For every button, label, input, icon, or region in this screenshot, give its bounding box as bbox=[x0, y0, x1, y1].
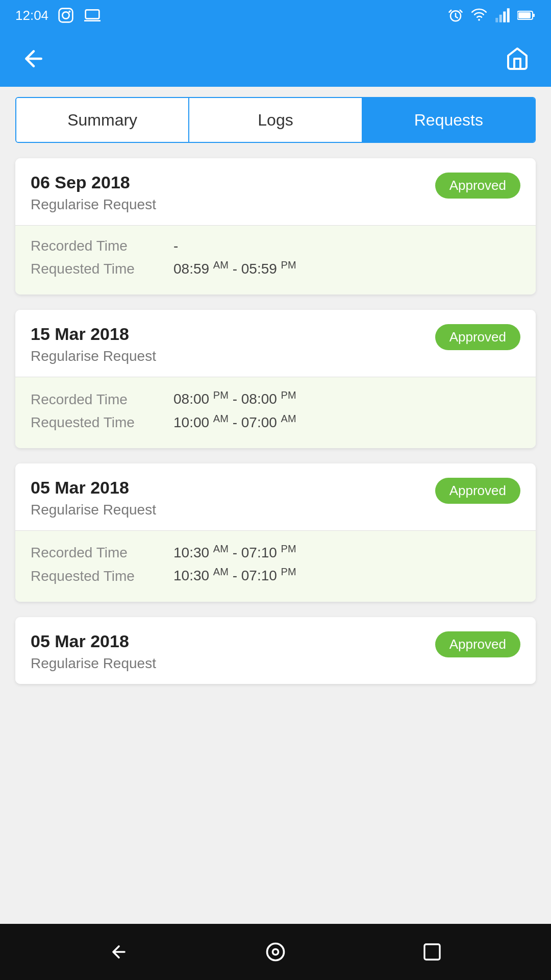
card-header-3: 05 Mar 2018 Regularise Request Approved bbox=[15, 463, 536, 530]
card-body-2: Recorded Time 08:00 PM - 08:00 PM Reques… bbox=[15, 377, 536, 448]
svg-point-2 bbox=[68, 11, 70, 13]
status-bar: 12:04 bbox=[0, 0, 551, 31]
requested-time-row-3: Requested Time 10:30 AM - 07:10 PM bbox=[31, 566, 520, 584]
card-header-4: 05 Mar 2018 Regularise Request Approved bbox=[15, 617, 536, 684]
laptop-icon bbox=[83, 7, 102, 23]
svg-point-5 bbox=[478, 19, 480, 21]
tab-logs[interactable]: Logs bbox=[189, 98, 362, 142]
signal-icon bbox=[495, 8, 510, 23]
requested-time-label-1: Requested Time bbox=[31, 261, 173, 277]
bottom-nav bbox=[0, 924, 551, 980]
card-type-1: Regularise Request bbox=[31, 197, 156, 213]
card-date-3: 05 Mar 2018 bbox=[31, 478, 156, 498]
recorded-time-row-3: Recorded Time 10:30 AM - 07:10 PM bbox=[31, 543, 520, 561]
nav-back-button[interactable] bbox=[101, 934, 137, 970]
svg-rect-11 bbox=[533, 14, 535, 17]
requested-time-value-3: 10:30 AM - 07:10 PM bbox=[173, 566, 296, 584]
card-type-4: Regularise Request bbox=[31, 655, 156, 672]
request-card-4: 05 Mar 2018 Regularise Request Approved bbox=[15, 617, 536, 684]
svg-rect-0 bbox=[59, 9, 73, 22]
card-type-3: Regularise Request bbox=[31, 502, 156, 518]
requested-time-row-2: Requested Time 10:00 AM - 07:00 AM bbox=[31, 413, 520, 431]
request-card-1: 06 Sep 2018 Regularise Request Approved … bbox=[15, 158, 536, 295]
recorded-time-label-3: Recorded Time bbox=[31, 545, 173, 561]
app-bar bbox=[0, 31, 551, 87]
status-badge-3: Approved bbox=[435, 478, 520, 504]
card-date-2: 15 Mar 2018 bbox=[31, 324, 156, 344]
back-button[interactable] bbox=[18, 43, 49, 74]
tab-bar: Summary Logs Requests bbox=[15, 97, 536, 143]
status-time: 12:04 bbox=[15, 8, 48, 23]
recorded-time-value-2: 08:00 PM - 08:00 PM bbox=[173, 389, 296, 407]
card-body-3: Recorded Time 10:30 AM - 07:10 PM Reques… bbox=[15, 530, 536, 602]
alarm-icon bbox=[448, 8, 463, 23]
requested-time-value-1: 08:59 AM - 05:59 PM bbox=[173, 259, 296, 277]
requests-content: 06 Sep 2018 Regularise Request Approved … bbox=[0, 143, 551, 924]
svg-rect-6 bbox=[495, 18, 498, 22]
card-date-1: 06 Sep 2018 bbox=[31, 173, 156, 192]
svg-rect-3 bbox=[86, 10, 99, 18]
card-header-1: 06 Sep 2018 Regularise Request Approved bbox=[15, 158, 536, 225]
svg-point-14 bbox=[272, 949, 278, 955]
requested-time-label-2: Requested Time bbox=[31, 414, 173, 431]
status-bar-right bbox=[448, 8, 536, 23]
card-header-2: 15 Mar 2018 Regularise Request Approved bbox=[15, 310, 536, 377]
svg-rect-9 bbox=[507, 8, 510, 22]
svg-rect-15 bbox=[424, 944, 440, 960]
svg-point-1 bbox=[62, 12, 69, 18]
status-badge-1: Approved bbox=[435, 173, 520, 199]
recorded-time-label-2: Recorded Time bbox=[31, 391, 173, 408]
svg-rect-7 bbox=[499, 15, 502, 22]
card-type-2: Regularise Request bbox=[31, 348, 156, 364]
nav-recents-button[interactable] bbox=[414, 934, 450, 970]
request-card-3: 05 Mar 2018 Regularise Request Approved … bbox=[15, 463, 536, 602]
request-card-2: 15 Mar 2018 Regularise Request Approved … bbox=[15, 310, 536, 448]
recorded-time-value-3: 10:30 AM - 07:10 PM bbox=[173, 543, 296, 561]
status-badge-4: Approved bbox=[435, 631, 520, 657]
svg-rect-12 bbox=[518, 12, 531, 18]
svg-point-13 bbox=[267, 944, 284, 961]
tab-requests[interactable]: Requests bbox=[363, 98, 535, 142]
nav-home-button[interactable] bbox=[258, 934, 293, 970]
svg-rect-8 bbox=[503, 12, 506, 22]
card-body-1: Recorded Time - Requested Time 08:59 AM … bbox=[15, 225, 536, 295]
instagram-icon bbox=[58, 7, 74, 23]
card-date-4: 05 Mar 2018 bbox=[31, 631, 156, 651]
status-badge-2: Approved bbox=[435, 324, 520, 350]
battery-icon bbox=[517, 9, 536, 22]
recorded-time-value-1: - bbox=[173, 238, 178, 254]
requested-time-row-1: Requested Time 08:59 AM - 05:59 PM bbox=[31, 259, 520, 277]
recorded-time-row-1: Recorded Time - bbox=[31, 238, 520, 254]
recorded-time-label-1: Recorded Time bbox=[31, 238, 173, 254]
recorded-time-row-2: Recorded Time 08:00 PM - 08:00 PM bbox=[31, 389, 520, 407]
tab-summary[interactable]: Summary bbox=[16, 98, 189, 142]
requested-time-label-3: Requested Time bbox=[31, 568, 173, 584]
home-button[interactable] bbox=[502, 43, 533, 74]
requested-time-value-2: 10:00 AM - 07:00 AM bbox=[173, 413, 296, 431]
status-bar-left: 12:04 bbox=[15, 7, 102, 23]
wifi-icon bbox=[470, 8, 488, 23]
